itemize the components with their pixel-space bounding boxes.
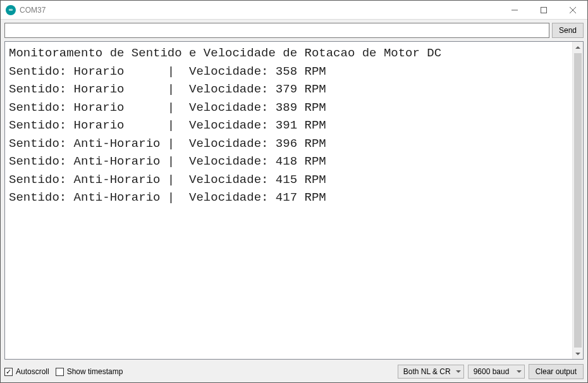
checkbox-icon xyxy=(56,368,64,376)
maximize-button[interactable] xyxy=(529,1,558,19)
show-timestamp-checkbox[interactable]: Show timestamp xyxy=(56,367,123,376)
arduino-icon: ∞ xyxy=(6,5,16,15)
serial-monitor-window: ∞ COM37 Send Monitoramento de Sentido e … xyxy=(0,0,588,383)
line-ending-select[interactable]: Both NL & CR xyxy=(398,365,464,379)
status-left-options: ✓ Autoscroll Show timestamp xyxy=(4,367,394,376)
scroll-down-button[interactable] xyxy=(573,348,583,359)
line-ending-value: Both NL & CR xyxy=(403,367,451,376)
autoscroll-label: Autoscroll xyxy=(16,367,49,376)
show-timestamp-label: Show timestamp xyxy=(67,367,123,376)
clear-output-button[interactable]: Clear output xyxy=(529,364,584,379)
chevron-down-icon xyxy=(517,370,522,373)
autoscroll-checkbox[interactable]: ✓ Autoscroll xyxy=(4,367,49,376)
scrollbar-vertical[interactable] xyxy=(572,42,583,359)
send-bar: Send xyxy=(1,20,587,41)
window-title: COM37 xyxy=(20,6,500,15)
scroll-up-button[interactable] xyxy=(573,42,583,53)
scroll-thumb[interactable] xyxy=(574,53,582,348)
send-button[interactable]: Send xyxy=(552,23,584,38)
baud-rate-value: 9600 baud xyxy=(474,367,510,376)
chevron-down-icon xyxy=(456,370,461,373)
minimize-button[interactable] xyxy=(500,1,529,19)
serial-send-input[interactable] xyxy=(4,23,549,38)
window-buttons xyxy=(500,1,587,19)
console-panel: Monitoramento de Sentido e Velocidade de… xyxy=(4,41,584,360)
console-output[interactable]: Monitoramento de Sentido e Velocidade de… xyxy=(5,42,572,359)
checkbox-icon: ✓ xyxy=(4,368,13,376)
baud-rate-select[interactable]: 9600 baud xyxy=(468,365,525,379)
title-bar: ∞ COM37 xyxy=(1,1,587,20)
status-bar: ✓ Autoscroll Show timestamp Both NL & CR… xyxy=(1,362,587,382)
svg-rect-1 xyxy=(541,7,547,13)
close-button[interactable] xyxy=(558,1,587,19)
